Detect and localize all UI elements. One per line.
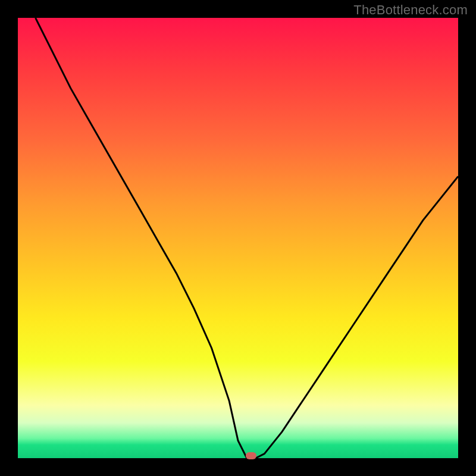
bottleneck-curve	[18, 18, 458, 458]
curve-path	[36, 18, 458, 458]
optimal-point-marker	[246, 452, 256, 459]
chart-frame: TheBottleneck.com	[0, 0, 476, 476]
watermark-text: TheBottleneck.com	[353, 2, 468, 18]
plot-area	[18, 18, 458, 458]
